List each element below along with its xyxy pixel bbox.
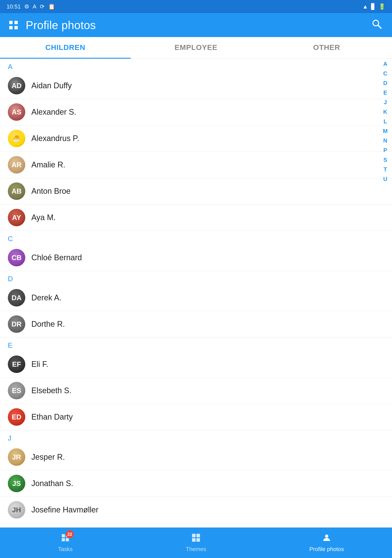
search-icon bbox=[371, 18, 383, 30]
time-display: 10:51 bbox=[7, 3, 21, 10]
nav-label-tasks: Tasks bbox=[58, 546, 73, 553]
status-right: ▲ ▊ 🔋 bbox=[362, 3, 385, 10]
svg-rect-6 bbox=[62, 534, 65, 538]
search-button[interactable] bbox=[369, 17, 384, 34]
item-name: Chloé Bernard bbox=[31, 253, 82, 262]
item-name: Anton Broe bbox=[31, 187, 71, 196]
svg-rect-1 bbox=[14, 21, 18, 24]
svg-rect-13 bbox=[196, 538, 200, 542]
section-header-c: C bbox=[0, 231, 392, 244]
alpha-e[interactable]: E bbox=[383, 90, 388, 96]
tasks-badge-container: 22 bbox=[60, 533, 70, 544]
list-item[interactable]: AB Anton Broe bbox=[0, 178, 392, 204]
nav-label-profile-photos: Profile photos bbox=[309, 546, 344, 553]
svg-rect-2 bbox=[9, 26, 13, 29]
alpha-m[interactable]: M bbox=[383, 128, 388, 134]
avatar: AB bbox=[8, 183, 25, 200]
alpha-d[interactable]: D bbox=[383, 80, 388, 86]
list-item[interactable]: EF Eli F. bbox=[0, 351, 392, 377]
list-item[interactable]: 🐣 Alexandrus P. bbox=[0, 125, 392, 152]
list-item[interactable]: AY Aya M. bbox=[0, 204, 392, 231]
avatar: DR bbox=[8, 315, 25, 333]
wifi-icon: ▲ bbox=[362, 3, 368, 10]
item-name: Alexandrus P. bbox=[31, 134, 79, 143]
alpha-n[interactable]: N bbox=[383, 138, 388, 143]
avatar: ES bbox=[8, 382, 25, 399]
tasks-badge-count: 22 bbox=[66, 530, 74, 538]
alpha-k[interactable]: K bbox=[383, 109, 388, 115]
sync-icon: ⟳ bbox=[40, 3, 45, 10]
app-bar-title: Profile photos bbox=[26, 18, 96, 32]
avatar: AS bbox=[8, 103, 25, 121]
person-icon bbox=[322, 533, 332, 544]
list-item[interactable]: DA Derek A. bbox=[0, 285, 392, 311]
svg-rect-11 bbox=[196, 534, 200, 538]
item-name: Ethan Darty bbox=[31, 412, 73, 422]
avatar: AR bbox=[8, 156, 25, 174]
battery-icon: 🔋 bbox=[378, 3, 385, 10]
list-item[interactable]: AR Amalie R. bbox=[0, 152, 392, 178]
status-left: 10:51 ⚙ A ⟳ 📋 bbox=[7, 3, 55, 10]
tab-children[interactable]: CHILDREN bbox=[0, 37, 131, 59]
section-header-j: J bbox=[0, 430, 392, 444]
avatar: JS bbox=[8, 475, 25, 492]
nav-item-tasks[interactable]: 22 Tasks bbox=[0, 527, 131, 558]
nav-label-themes: Themes bbox=[186, 546, 206, 553]
avatar: AY bbox=[8, 209, 25, 226]
themes-icon bbox=[191, 533, 201, 544]
item-name: Jonathan S. bbox=[31, 479, 73, 488]
avatar: DA bbox=[8, 289, 25, 306]
tab-other[interactable]: OTHER bbox=[261, 37, 392, 59]
signal-icon: ▊ bbox=[371, 3, 375, 10]
svg-rect-0 bbox=[9, 21, 13, 24]
svg-rect-3 bbox=[14, 26, 18, 29]
svg-rect-12 bbox=[192, 538, 196, 542]
item-name: Amalie R. bbox=[31, 160, 65, 169]
bottom-nav: 22 Tasks Themes Profile photos bbox=[0, 527, 392, 558]
alpha-j[interactable]: J bbox=[383, 99, 388, 105]
item-name: Eli F. bbox=[31, 360, 48, 369]
list-item[interactable]: AD Aidan Duffy bbox=[0, 73, 392, 99]
section-header-e: E bbox=[0, 337, 392, 351]
avatar: 🐣 bbox=[8, 130, 25, 147]
alpha-s[interactable]: S bbox=[383, 157, 388, 163]
item-name: Aya M. bbox=[31, 213, 56, 222]
list-item[interactable]: JS Jonathan S. bbox=[0, 470, 392, 497]
alphabet-sidebar: A C D E J K L M N P S T U bbox=[383, 61, 388, 182]
avatar: JH bbox=[8, 501, 25, 519]
alpha-c[interactable]: C bbox=[383, 71, 388, 76]
item-name: Jesper R. bbox=[31, 453, 65, 462]
item-name: Derek A. bbox=[31, 293, 61, 302]
status-bar: 10:51 ⚙ A ⟳ 📋 ▲ ▊ 🔋 bbox=[0, 0, 392, 13]
list-item[interactable]: JH Josefine Havmøller bbox=[0, 497, 392, 523]
list-item[interactable]: DR Dorthe R. bbox=[0, 311, 392, 337]
grid-icon bbox=[8, 19, 19, 31]
svg-point-14 bbox=[325, 534, 328, 538]
list-item[interactable]: JR Jesper R. bbox=[0, 444, 392, 470]
svg-line-5 bbox=[378, 25, 381, 28]
alpha-t[interactable]: T bbox=[383, 166, 388, 172]
alpha-p[interactable]: P bbox=[383, 147, 388, 153]
alpha-l[interactable]: L bbox=[383, 119, 388, 124]
alpha-u[interactable]: U bbox=[383, 176, 388, 182]
list-item[interactable]: AS Alexander S. bbox=[0, 99, 392, 125]
tabs-bar: CHILDREN EMPLOYEE OTHER bbox=[0, 37, 392, 59]
alpha-a[interactable]: A bbox=[383, 61, 388, 67]
nav-item-profile-photos[interactable]: Profile photos bbox=[261, 527, 392, 558]
content-area: A C D E J K L M N P S T U A AD Aidan Duf… bbox=[0, 59, 392, 558]
item-name: Alexander S. bbox=[31, 107, 76, 117]
tab-employee[interactable]: EMPLOYEE bbox=[131, 37, 261, 59]
svg-rect-8 bbox=[62, 538, 65, 541]
list-item[interactable]: ED Ethan Darty bbox=[0, 404, 392, 430]
item-name: Josefine Havmøller bbox=[31, 505, 98, 514]
clipboard-icon: 📋 bbox=[48, 3, 55, 10]
app-bar-left: Profile photos bbox=[8, 18, 96, 32]
avatar: ED bbox=[8, 408, 25, 426]
svg-rect-9 bbox=[66, 538, 69, 541]
item-name: Aidan Duffy bbox=[31, 81, 72, 90]
list-item[interactable]: CB Chloé Bernard bbox=[0, 244, 392, 271]
nav-item-themes[interactable]: Themes bbox=[131, 527, 261, 558]
list-item[interactable]: ES Elsebeth S. bbox=[0, 377, 392, 404]
svg-rect-10 bbox=[192, 534, 196, 538]
avatar: EF bbox=[8, 356, 25, 373]
